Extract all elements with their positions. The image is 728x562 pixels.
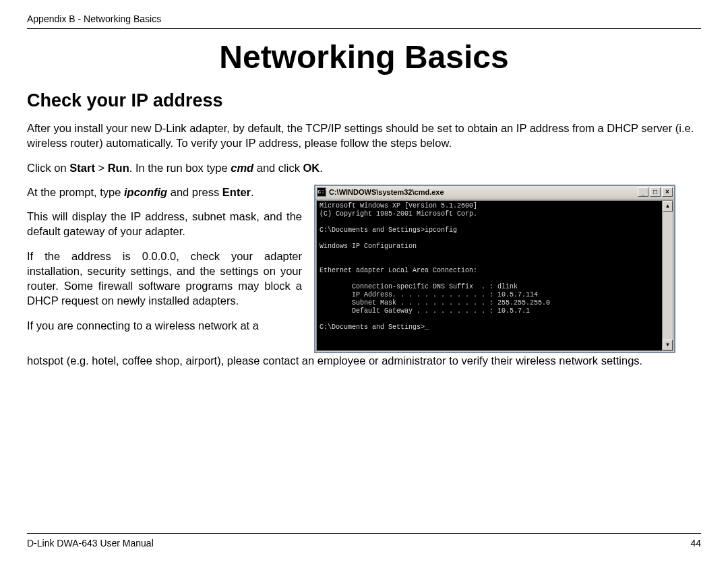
section-heading: Check your IP address bbox=[27, 90, 701, 111]
text: and press bbox=[167, 186, 222, 198]
text: > bbox=[95, 162, 108, 174]
page-footer: D-Link DWA-643 User Manual 44 bbox=[27, 533, 701, 549]
paragraph-5a: If you are connecting to a wireless netw… bbox=[27, 318, 302, 333]
footer-manual-name: D-Link DWA-643 User Manual bbox=[27, 538, 154, 549]
cmd-window: c:\ C:\WINDOWS\system32\cmd.exe _ □ × Mi… bbox=[314, 185, 675, 353]
cmd-scrollbar[interactable]: ▲ ▼ bbox=[662, 201, 673, 350]
page-title: Networking Basics bbox=[27, 38, 701, 75]
bold-enter: Enter bbox=[222, 186, 251, 198]
text: . In the run box type bbox=[129, 162, 231, 174]
bold-run: Run bbox=[108, 162, 129, 174]
maximize-button[interactable]: □ bbox=[650, 187, 661, 197]
bold-ok: OK bbox=[303, 162, 320, 174]
step-2: At the prompt, type ipconfig and press E… bbox=[27, 185, 302, 199]
text: and click bbox=[253, 162, 303, 174]
text: . bbox=[251, 186, 254, 198]
paragraph-4: If the address is 0.0.0.0, check your ad… bbox=[27, 249, 302, 309]
step-1: Click on Start > Run. In the run box typ… bbox=[27, 160, 701, 175]
text: At the prompt, type bbox=[27, 186, 124, 198]
scroll-down-icon[interactable]: ▼ bbox=[663, 340, 673, 350]
cmd-output[interactable]: Microsoft Windows XP [Version 5.1.2600] … bbox=[317, 201, 662, 350]
minimize-button[interactable]: _ bbox=[638, 187, 648, 197]
cmd-titlebar[interactable]: c:\ C:\WINDOWS\system32\cmd.exe _ □ × bbox=[315, 186, 674, 199]
footer-page-number: 44 bbox=[690, 538, 701, 549]
close-button[interactable]: × bbox=[662, 187, 673, 197]
text: Click on bbox=[27, 162, 69, 174]
header-breadcrumb: Appendix B - Networking Basics bbox=[27, 13, 701, 29]
cmd-icon: c:\ bbox=[317, 187, 326, 197]
bold-start: Start bbox=[69, 162, 95, 174]
cmd-text: cmd bbox=[231, 162, 253, 174]
paragraph-5b: hotspot (e.g. hotel, coffee shop, airpor… bbox=[27, 353, 701, 368]
cmd-window-title: C:\WINDOWS\system32\cmd.exe bbox=[329, 187, 638, 197]
text: . bbox=[320, 162, 323, 174]
scroll-up-icon[interactable]: ▲ bbox=[663, 201, 673, 212]
intro-paragraph: After you install your new D-Link adapte… bbox=[27, 121, 701, 151]
cmd-text: ipconfig bbox=[124, 186, 167, 198]
paragraph-3: This will display the IP address, subnet… bbox=[27, 209, 302, 239]
